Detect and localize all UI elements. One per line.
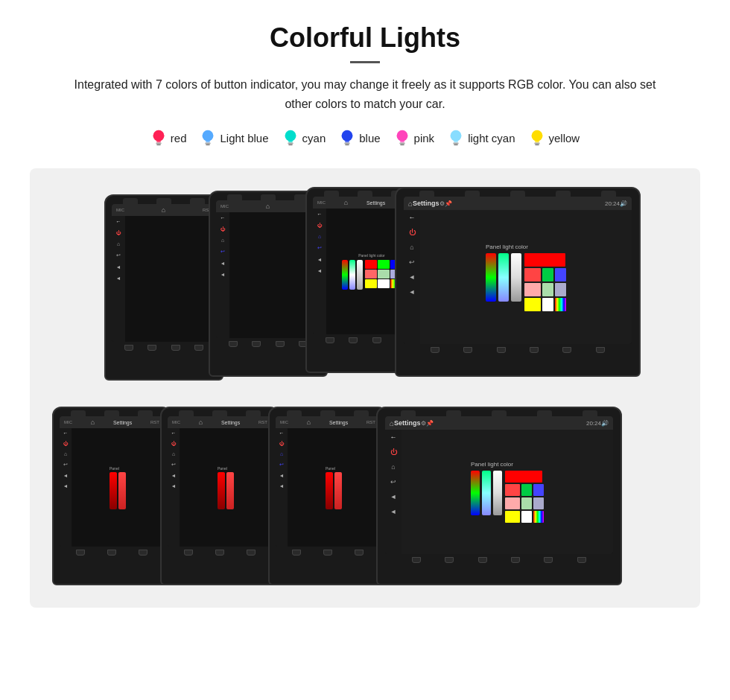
vd: ◄	[63, 473, 69, 478]
svg-rect-6	[206, 141, 211, 143]
main-screen-b4: ⌂ Settings ⚙ 📌 20:24 🔊 ← ⏻ ⌂	[385, 416, 613, 554]
top-bar-main: ⌂ Settings ⚙ 📌 20:24 🔊	[404, 197, 632, 210]
mount	[107, 550, 116, 556]
notch	[537, 410, 552, 416]
panel-light-display: Panel light color	[486, 244, 566, 311]
mic-label: MIC	[116, 208, 124, 212]
svg-rect-23	[453, 143, 458, 144]
main-screen: ⌂ Settings ⚙ 📌 20:24 🔊 ← ⏻	[404, 197, 632, 344]
rgb-strip-1	[342, 260, 348, 290]
top-bar-b2: MIC ⌂ Settings RST	[168, 416, 272, 428]
home-icon: ⌂	[266, 203, 270, 210]
pwr: ⏻	[171, 441, 177, 446]
notch	[227, 194, 242, 200]
notch	[287, 410, 302, 416]
back: ←	[63, 430, 69, 436]
time-b4: 20:24	[586, 420, 601, 427]
home: ⌂	[307, 419, 311, 426]
mount	[497, 347, 506, 353]
swatch-row-b4-2	[505, 484, 544, 496]
panel-label-b4: Panel light color	[471, 461, 544, 468]
swatch-row-b4-1	[505, 471, 544, 483]
screen-2: MIC ⌂ RST ← ⏻ ⌂ ↩ ◄ ◄	[216, 200, 320, 338]
return-icon: ↩	[317, 245, 322, 251]
panel-b3: Panel	[326, 466, 342, 509]
color-item-blue: blue	[339, 128, 380, 147]
swatch-red-b4	[505, 471, 542, 483]
vol-icon2-main: ◄	[409, 288, 416, 296]
color-label-pink: pink	[414, 132, 435, 144]
hm: ⌂	[280, 451, 283, 456]
swatch-row-1	[524, 253, 566, 267]
sidebar-b1: ← ⏻ ⌂ ↩ ◄ ◄	[60, 428, 72, 547]
color-display-3	[342, 260, 402, 290]
color-item-red: red	[150, 128, 187, 147]
pink-bulb-icon	[394, 128, 410, 147]
rst: RST	[258, 420, 267, 424]
rgb-strip-b4-2	[482, 471, 491, 515]
power-icon: ⏻	[220, 226, 226, 232]
panel-label: Panel light color	[486, 244, 566, 250]
pwr: ⏻	[279, 441, 285, 446]
body-b2: ← ⏻ ⌂ ↩ ◄ ◄ Panel	[168, 428, 272, 547]
home-icon: ⌂	[344, 199, 348, 206]
rgb-strip-2	[349, 260, 355, 290]
mount	[184, 550, 193, 556]
status-time: 20:24	[605, 200, 620, 207]
vd: ◄	[279, 473, 285, 478]
main-content-area: Panel light color	[420, 210, 632, 344]
settings-lbl: Settings	[113, 420, 132, 425]
strips-main	[486, 253, 521, 311]
color-swatches-b4	[505, 471, 544, 523]
screen-b2: MIC ⌂ Settings RST ← ⏻ ⌂ ↩ ◄	[168, 416, 272, 547]
svg-rect-20	[400, 144, 404, 146]
panel-content-3: Panel light color	[342, 253, 402, 290]
vu-b4: ◄	[390, 508, 397, 515]
mount	[194, 345, 203, 351]
strips-b1	[110, 472, 126, 509]
vol-icon-main: ◄	[409, 273, 416, 281]
mount	[544, 557, 553, 563]
vol-icon: ◄	[317, 257, 323, 262]
mount	[139, 550, 147, 556]
settings-title: Settings	[366, 200, 385, 206]
panel-section-b4: Panel light color	[471, 461, 544, 523]
vu: ◄	[171, 483, 177, 489]
rgb-strip-b4-3	[493, 471, 502, 515]
svg-point-21	[451, 130, 462, 141]
red-strip2-b3	[334, 472, 342, 509]
mount	[276, 341, 285, 347]
mount	[463, 347, 472, 353]
mount	[252, 341, 261, 347]
main-b1: Panel	[72, 428, 164, 547]
gear-icon: ⚙	[439, 200, 445, 207]
panel-lbl-b2: Panel	[218, 466, 234, 471]
swatch-lightgreen	[542, 283, 553, 296]
ret: ↩	[63, 462, 68, 468]
swatch-rainbow	[555, 298, 566, 311]
color-display-b4	[471, 471, 544, 523]
top-bar-b3: MIC ⌂ Settings RST	[276, 416, 380, 428]
screen-ui-2: MIC ⌂ RST ← ⏻ ⌂ ↩ ◄ ◄	[216, 200, 320, 338]
mount	[445, 557, 454, 563]
swatch-lg-b4	[521, 497, 532, 509]
vd: ◄	[171, 473, 177, 478]
spk-b4: 🔊	[601, 420, 609, 427]
swatch-lilac	[555, 283, 566, 296]
rgb-strip-b4-1	[471, 471, 480, 515]
svg-rect-7	[206, 143, 211, 144]
left-sidebar: ← ⏻ ⌂ ↩ ◄ ◄	[112, 216, 125, 342]
swatch-yellow	[524, 298, 541, 311]
return-icon-main: ↩	[409, 258, 415, 266]
screen-ui-main: ⌂ Settings ⚙ 📌 20:24 🔊 ← ⏻	[404, 197, 632, 344]
mic: MIC	[172, 420, 180, 424]
grid-cell	[378, 270, 390, 279]
mount	[412, 557, 421, 563]
screen-b1: MIC ⌂ Settings RST ← ⏻ ⌂ ↩ ◄	[60, 416, 164, 547]
red-strip-b2	[218, 472, 225, 509]
mount	[76, 550, 85, 556]
svg-rect-18	[400, 141, 404, 143]
panel-section: Panel light color	[486, 244, 566, 311]
svg-rect-26	[535, 141, 539, 143]
cyan-bulb-icon	[282, 128, 299, 147]
